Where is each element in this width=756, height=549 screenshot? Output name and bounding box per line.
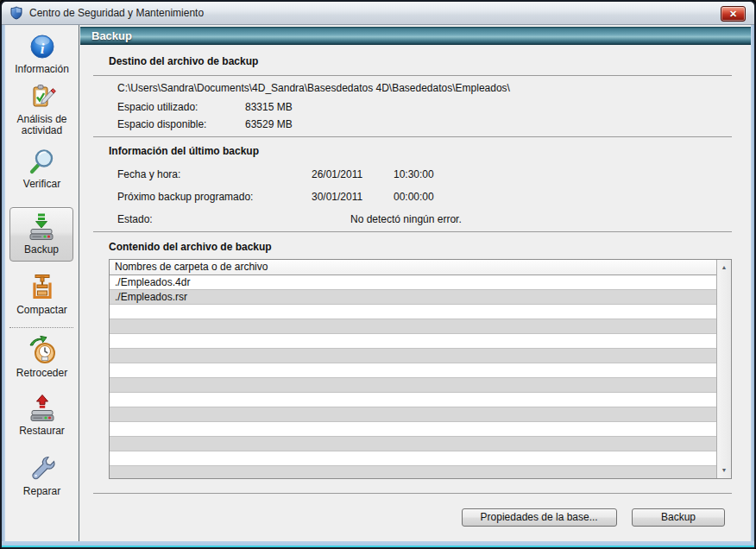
titlebar: Centro de Seguridad y Mantenimiento ✕ xyxy=(2,2,754,25)
next-backup-row: Próximo backup programado: 30/01/2011 00… xyxy=(117,191,751,204)
divider xyxy=(93,75,732,76)
list-item-empty[interactable] xyxy=(110,363,731,378)
list-item-empty[interactable] xyxy=(110,407,731,422)
list-item-empty[interactable] xyxy=(110,349,731,363)
space-used-value: 83315 MB xyxy=(245,101,751,114)
page-title: Backup xyxy=(80,27,751,45)
sidebar-item-informacion[interactable]: i Información xyxy=(5,32,79,75)
last-backup-datetime-row: Fecha y hora: 26/01/2011 10:30:00 xyxy=(117,168,751,181)
sidebar-item-label: Reparar xyxy=(5,486,79,497)
sidebar-item-label: Restaurar xyxy=(5,426,79,437)
database-properties-button[interactable]: Propiedades de la base... xyxy=(462,508,617,527)
rollback-icon xyxy=(28,336,57,365)
verify-icon xyxy=(28,147,57,176)
sidebar-item-label: Análisis de actividad xyxy=(9,114,76,136)
last-backup-time: 10:30:00 xyxy=(394,168,751,181)
backup-destination-path: C:\Users\Sandra\Documents\4D_Sandra\Base… xyxy=(117,82,732,95)
sidebar: i Información Análisis de actividad xyxy=(5,25,79,541)
app-window: Centro de Seguridad y Mantenimiento ✕ i … xyxy=(0,0,756,549)
window-frame-right xyxy=(751,25,754,541)
list-item-file[interactable]: ./Empleados.rsr xyxy=(110,290,731,305)
divider xyxy=(93,231,732,232)
list-column-header[interactable]: Nombres de carpeta o de archivo xyxy=(110,260,731,275)
info-icon: i xyxy=(28,32,57,61)
sidebar-item-backup[interactable]: Backup xyxy=(9,207,73,262)
sidebar-item-label: Retroceder xyxy=(5,368,79,379)
list-item-empty[interactable] xyxy=(110,305,731,319)
space-used-row: Espacio utilizado: 83315 MB xyxy=(117,101,751,114)
sidebar-item-label: Verificar xyxy=(5,179,79,190)
scroll-up-icon[interactable]: ▲ xyxy=(717,261,731,274)
section-title-contenido: Contenido del archivo de backup xyxy=(109,241,751,254)
repair-icon xyxy=(28,454,57,483)
section-title-destino: Destino del archivo de backup xyxy=(109,55,751,68)
list-item-empty[interactable] xyxy=(110,319,731,334)
close-icon: ✕ xyxy=(729,9,737,19)
divider xyxy=(93,136,732,137)
last-backup-date: 26/01/2011 xyxy=(312,168,394,181)
activity-analysis-icon xyxy=(28,82,57,111)
restore-icon xyxy=(28,394,57,423)
vertical-scrollbar[interactable]: ▲ ▼ xyxy=(716,260,731,478)
window-frame-bottom xyxy=(2,541,754,547)
sidebar-item-retroceder[interactable]: Retroceder xyxy=(5,336,79,379)
list-item-file[interactable]: ./Empleados.4dr xyxy=(110,275,731,290)
next-backup-label: Próximo backup programado: xyxy=(117,191,312,204)
status-label: Estado: xyxy=(117,213,350,226)
close-button[interactable]: ✕ xyxy=(721,6,746,22)
backup-content-list: Nombres de carpeta o de archivo ./Emplea… xyxy=(109,259,732,479)
status-value: No detectó ningún error. xyxy=(350,213,751,226)
app-area: i Información Análisis de actividad xyxy=(5,25,751,541)
backup-content: Destino del archivo de backup C:\Users\S… xyxy=(80,45,751,541)
sidebar-item-label: Compactar xyxy=(5,305,79,316)
sidebar-item-reparar[interactable]: Reparar xyxy=(5,454,79,497)
next-backup-time: 00:00:00 xyxy=(394,191,751,204)
backup-button[interactable]: Backup xyxy=(632,508,725,527)
list-item-empty[interactable] xyxy=(110,334,731,349)
status-row: Estado: No detectó ningún error. xyxy=(117,213,751,226)
divider xyxy=(93,493,732,494)
list-item-empty[interactable] xyxy=(110,422,731,437)
action-button-row: Propiedades de la base... Backup xyxy=(80,508,751,527)
list-item-empty[interactable] xyxy=(110,393,731,407)
list-item-empty[interactable] xyxy=(110,466,731,479)
svg-text:i: i xyxy=(40,41,44,57)
scroll-down-icon[interactable]: ▼ xyxy=(717,464,731,477)
list-item-empty[interactable] xyxy=(110,451,731,466)
space-free-row: Espacio disponible: 63529 MB xyxy=(117,118,751,131)
section-title-ultimo-backup: Información del último backup xyxy=(109,145,751,158)
last-backup-label: Fecha y hora: xyxy=(117,168,312,181)
sidebar-item-restaurar[interactable]: Restaurar xyxy=(5,394,79,437)
sidebar-item-label: Información xyxy=(5,64,79,75)
sidebar-item-verificar[interactable]: Verificar xyxy=(5,147,79,190)
shield-icon xyxy=(9,6,23,20)
sidebar-item-analisis[interactable]: Análisis de actividad xyxy=(5,82,79,136)
space-free-value: 63529 MB xyxy=(245,118,751,131)
window-title: Centro de Seguridad y Mantenimiento xyxy=(29,7,204,19)
sidebar-separator xyxy=(9,327,73,328)
space-free-label: Espacio disponible: xyxy=(117,118,245,131)
compact-icon xyxy=(28,273,57,302)
backup-icon xyxy=(27,212,56,242)
main-panel: Backup Destino del archivo de backup C:\… xyxy=(80,25,751,541)
list-item-empty[interactable] xyxy=(110,378,731,393)
list-item-empty[interactable] xyxy=(110,437,731,451)
sidebar-item-compactar[interactable]: Compactar xyxy=(5,273,79,316)
space-used-label: Espacio utilizado: xyxy=(117,101,245,114)
sidebar-item-label: Backup xyxy=(10,244,72,256)
next-backup-date: 30/01/2011 xyxy=(312,191,394,204)
